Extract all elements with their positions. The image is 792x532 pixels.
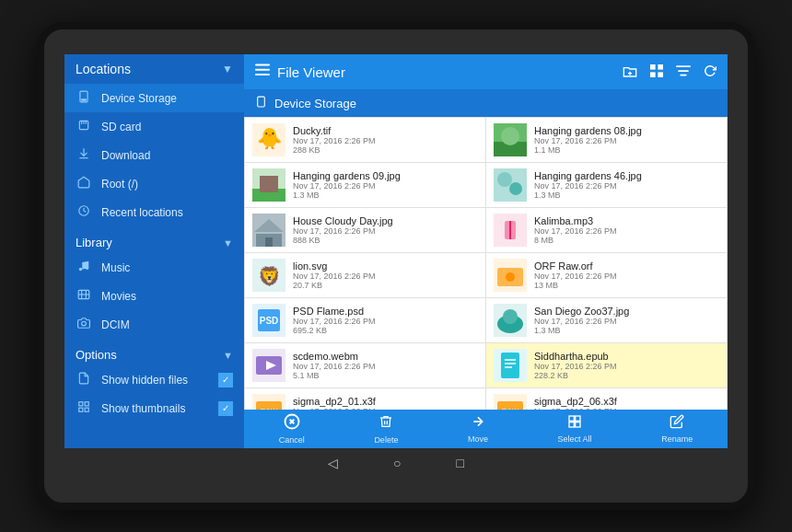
refresh-icon[interactable] [704, 64, 716, 80]
library-arrow: ▼ [223, 237, 233, 249]
path-device-icon [255, 96, 267, 110]
sidebar-item-dcim[interactable]: DCIM [64, 310, 244, 339]
lion-info: lion.svg Nov 17, 2016 2:26 PM 20.7 KB [293, 260, 478, 290]
file-item-sandiego[interactable]: San Diego Zoo37.jpg Nov 17, 2016 2:26 PM… [486, 298, 727, 342]
grid-view-icon[interactable] [650, 64, 663, 80]
svg-rect-94 [576, 422, 580, 427]
sandiego-thumb [494, 304, 527, 337]
back-nav-button[interactable]: ◁ [328, 456, 338, 470]
kalimba-info: Kalimba.mp3 Nov 17, 2016 2:26 PM 8 MB [534, 215, 719, 245]
show-hidden-left: Show hidden files [76, 372, 188, 387]
show-hidden-checkbox[interactable] [218, 373, 233, 387]
sidebar-item-root[interactable]: Root (/) [64, 169, 244, 198]
file-item-scdemo[interactable]: scdemo.webm Nov 17, 2016 2:26 PM 5.1 MB [245, 343, 485, 387]
sigma06-thumb: RAW [494, 394, 527, 410]
sandiego-info: San Diego Zoo37.jpg Nov 17, 2016 2:26 PM… [534, 306, 719, 335]
sigma01-thumb: RAW [252, 394, 285, 410]
svg-point-9 [86, 267, 89, 271]
file-item-sigma06[interactable]: RAW sigma_dp2_06.x3f Nov 17, 2016 2:26 P… [486, 388, 727, 410]
sidebar-item-music[interactable]: Music [64, 253, 244, 282]
svg-point-43 [509, 182, 522, 195]
device-storage-label: Device Storage [101, 92, 177, 105]
svg-point-8 [79, 268, 83, 272]
file-item-sigma01[interactable]: RAW sigma_dp2_01.x3f Nov 17, 2016 2:26 P… [245, 388, 485, 410]
svg-rect-92 [576, 416, 580, 421]
locations-section-header[interactable]: Locations ▼ [64, 54, 244, 84]
music-icon [76, 260, 92, 275]
hanging08-meta: Nov 17, 2016 2:26 PM 1.1 MB [534, 136, 719, 155]
delete-label: Delete [374, 435, 398, 445]
siddhartha-thumb [494, 349, 527, 382]
file-item-kalimba[interactable]: Kalimba.mp3 Nov 17, 2016 2:26 PM 8 MB [486, 208, 727, 252]
sidebar-item-sd-card[interactable]: SD card [64, 112, 244, 141]
move-button[interactable]: Move [457, 411, 499, 447]
header-icons [623, 64, 716, 80]
file-item-hanging09[interactable]: Hanging gardens 09.jpg Nov 17, 2016 2:26… [245, 163, 485, 207]
siddhartha-name: Siddhartha.epub [534, 351, 719, 362]
sort-icon[interactable] [676, 64, 691, 80]
home-nav-button[interactable]: ○ [393, 456, 401, 470]
hamburger-icon[interactable] [255, 64, 270, 80]
orf-thumb [494, 259, 527, 292]
svg-rect-26 [650, 72, 656, 77]
move-icon [470, 414, 486, 433]
svg-rect-30 [680, 74, 686, 75]
dcim-label: DCIM [101, 318, 130, 331]
movies-icon [76, 288, 92, 304]
options-arrow: ▼ [223, 350, 233, 361]
sigma01-name: sigma_dp2_01.x3f [293, 396, 478, 407]
svg-point-14 [82, 321, 87, 326]
file-item-orf[interactable]: ORF Raw.orf Nov 17, 2016 2:26 PM 13 MB [486, 253, 727, 297]
file-item-ducky[interactable]: 🐥 Ducky.tif Nov 17, 2016 2:26 PM 288 KB [245, 118, 485, 162]
library-section-header[interactable]: Library ▼ [64, 230, 244, 253]
hanging08-info: Hanging gardens 08.jpg Nov 17, 2016 2:26… [534, 125, 719, 155]
svg-rect-17 [85, 408, 88, 411]
file-item-psd[interactable]: PSD PSD Flame.psd Nov 17, 2016 2:26 PM 6… [245, 298, 485, 342]
svg-rect-21 [255, 74, 270, 75]
show-thumbnails-option[interactable]: Show thumbnails [64, 394, 244, 422]
show-thumbnails-checkbox[interactable] [218, 401, 233, 416]
select-all-button[interactable]: Select All [547, 411, 603, 447]
hanging09-meta: Nov 17, 2016 2:26 PM 1.3 MB [293, 181, 478, 200]
camera-icon [76, 317, 92, 332]
recent-nav-button[interactable]: □ [457, 456, 464, 470]
hanging08-name: Hanging gardens 08.jpg [534, 125, 719, 136]
hanging09-name: Hanging gardens 09.jpg [293, 170, 478, 181]
svg-point-42 [497, 172, 512, 187]
sidebar-item-recent[interactable]: Recent locations [64, 198, 244, 226]
delete-button[interactable]: Delete [363, 410, 409, 448]
app-container: Locations ▼ Device Storage SD card [64, 54, 728, 478]
options-section-header[interactable]: Options ▼ [64, 342, 244, 365]
show-thumbs-left: Show thumbnails [76, 400, 185, 416]
file-item-hanging46[interactable]: Hanging gardens 46.jpg Nov 17, 2016 2:26… [486, 163, 727, 207]
root-label: Root (/) [101, 178, 138, 191]
sidebar-item-device-storage[interactable]: Device Storage [64, 84, 244, 112]
house-name: House Cloudy Day.jpg [293, 215, 478, 226]
rename-button[interactable]: Rename [650, 411, 704, 447]
orf-meta: Nov 17, 2016 2:26 PM 13 MB [534, 272, 719, 290]
file-item-siddhartha[interactable]: Siddhartha.epub Nov 17, 2016 2:26 PM 228… [486, 343, 727, 387]
lion-thumb: 🦁 [252, 259, 285, 292]
svg-rect-18 [79, 408, 83, 411]
psd-info: PSD Flame.psd Nov 17, 2016 2:26 PM 695.2… [293, 306, 478, 335]
file-item-lion[interactable]: 🦁 lion.svg Nov 17, 2016 2:26 PM 20.7 KB [245, 253, 485, 297]
ducky-name: Ducky.tif [293, 125, 478, 136]
sidebar-item-movies[interactable]: Movies [64, 282, 244, 310]
svg-rect-29 [678, 70, 689, 72]
kalimba-meta: Nov 17, 2016 2:26 PM 8 MB [534, 226, 719, 245]
file-item-house[interactable]: House Cloudy Day.jpg Nov 17, 2016 2:26 P… [245, 208, 485, 252]
new-folder-icon[interactable] [623, 64, 637, 80]
file-item-hanging08[interactable]: Hanging gardens 08.jpg Nov 17, 2016 2:26… [486, 118, 727, 162]
svg-rect-25 [658, 64, 663, 70]
svg-rect-28 [676, 65, 691, 67]
select-all-icon [566, 414, 583, 433]
movies-label: Movies [101, 290, 136, 303]
options-title: Options [76, 348, 117, 362]
show-hidden-files-option[interactable]: Show hidden files [64, 365, 244, 394]
sigma06-info: sigma_dp2_06.x3f Nov 17, 2016 2:26 PM 12… [534, 396, 719, 410]
hanging46-meta: Nov 17, 2016 2:26 PM 1.3 MB [534, 181, 719, 200]
screen: Locations ▼ Device Storage SD card [64, 54, 728, 478]
sidebar-item-download[interactable]: Download [64, 141, 244, 169]
svg-rect-27 [658, 72, 663, 77]
cancel-button[interactable]: Cancel [268, 410, 316, 448]
